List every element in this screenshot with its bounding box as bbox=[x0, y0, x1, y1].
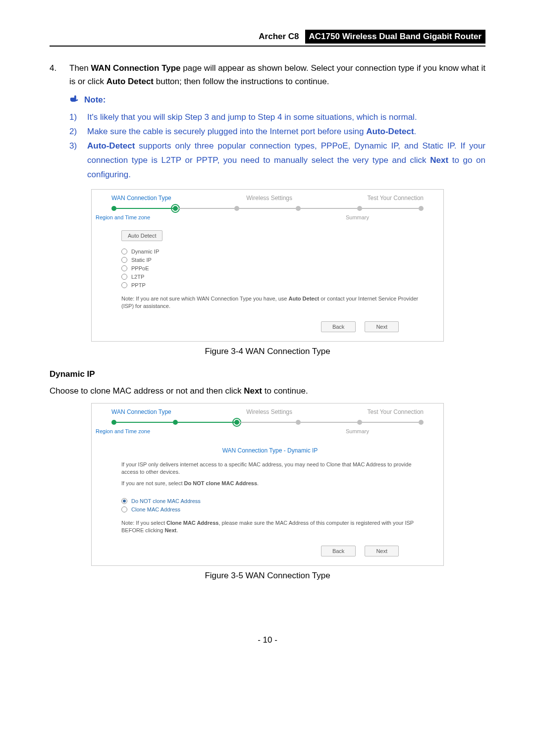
radio-static-ip[interactable]: Static IP bbox=[121, 257, 419, 263]
next-button[interactable]: Next bbox=[365, 321, 399, 332]
progress-dot bbox=[357, 206, 362, 211]
subtab-summary[interactable]: Summary bbox=[346, 214, 369, 220]
tab-wan[interactable]: WAN Connection Type bbox=[111, 195, 171, 202]
note-item-3: 3) Auto-Detect supports only three popul… bbox=[69, 139, 485, 182]
progress-dot bbox=[111, 206, 116, 211]
radio-pppoe[interactable]: PPPoE bbox=[121, 265, 419, 271]
radio-icon bbox=[121, 506, 127, 512]
auto-detect-button[interactable]: Auto Detect bbox=[121, 230, 162, 241]
tab-test[interactable]: Test Your Connection bbox=[368, 408, 424, 415]
wizard-progress bbox=[92, 202, 443, 212]
back-button[interactable]: Back bbox=[321, 321, 356, 332]
figure-3-4: WAN Connection Type Wireless Settings Te… bbox=[91, 189, 444, 342]
radio-icon bbox=[121, 257, 127, 263]
page-header: Archer C8 AC1750 Wireless Dual Band Giga… bbox=[50, 30, 485, 47]
dynamic-ip-heading: Dynamic IP bbox=[50, 369, 485, 379]
radio-l2tp[interactable]: L2TP bbox=[121, 274, 419, 280]
radio-icon bbox=[121, 282, 127, 288]
radio-dynamic-ip[interactable]: Dynamic IP bbox=[121, 249, 419, 254]
wizard-subtabs: Region and Time zone Summary bbox=[92, 426, 443, 439]
radio-icon bbox=[121, 498, 127, 504]
progress-dot bbox=[111, 420, 116, 425]
back-button[interactable]: Back bbox=[321, 546, 356, 556]
note-item-2: 2) Make sure the cable is securely plugg… bbox=[69, 125, 485, 139]
subtab-region[interactable]: Region and Time zone bbox=[96, 214, 150, 220]
subtab-region[interactable]: Region and Time zone bbox=[96, 428, 150, 434]
progress-dot bbox=[173, 420, 178, 425]
figure-paragraph-2: If you are not sure, select Do NOT clone… bbox=[121, 480, 419, 487]
product-title: AC1750 Wireless Dual Band Gigabit Router bbox=[305, 30, 485, 44]
tab-wireless[interactable]: Wireless Settings bbox=[246, 195, 292, 202]
progress-dot bbox=[419, 420, 424, 425]
figure-3-5-caption: Figure 3-5 WAN Connection Type bbox=[50, 571, 485, 581]
radio-pptp[interactable]: PPTP bbox=[121, 282, 419, 288]
progress-dot bbox=[296, 420, 301, 425]
note-label: Note: bbox=[84, 95, 106, 105]
wizard-progress bbox=[92, 415, 443, 426]
progress-dot bbox=[296, 206, 301, 211]
progress-dot bbox=[357, 420, 362, 425]
step-text: Then WAN Connection Type page will appea… bbox=[69, 61, 485, 88]
figure-note: Note: If you are not sure which WAN Conn… bbox=[121, 295, 419, 310]
radio-clone-mac[interactable]: Clone MAC Address bbox=[121, 506, 419, 512]
progress-dot-current bbox=[234, 420, 239, 425]
radio-icon bbox=[121, 249, 127, 254]
progress-dot-current bbox=[173, 206, 178, 211]
next-button[interactable]: Next bbox=[365, 546, 399, 556]
progress-dot bbox=[419, 206, 424, 211]
radio-no-clone-mac[interactable]: Do NOT clone MAC Address bbox=[121, 498, 419, 504]
wizard-subtabs: Region and Time zone Summary bbox=[92, 212, 443, 225]
figure-subtitle: WAN Connection Type - Dynamic IP bbox=[121, 447, 419, 454]
figure-3-4-caption: Figure 3-4 WAN Connection Type bbox=[50, 347, 485, 356]
tab-wan[interactable]: WAN Connection Type bbox=[111, 408, 171, 415]
figure-paragraph-1: If your ISP only delivers internet acces… bbox=[121, 461, 419, 476]
pointer-icon bbox=[69, 93, 80, 106]
subtab-summary[interactable]: Summary bbox=[346, 428, 369, 434]
wizard-tabs: WAN Connection Type Wireless Settings Te… bbox=[92, 403, 443, 415]
radio-icon bbox=[121, 265, 127, 271]
figure-note: Note: If you select Clone MAC Address, p… bbox=[121, 519, 419, 535]
tab-wireless[interactable]: Wireless Settings bbox=[246, 408, 292, 415]
progress-dot bbox=[234, 206, 239, 211]
note-item-1: 1) It's likely that you will skip Step 3… bbox=[69, 110, 485, 125]
radio-icon bbox=[121, 274, 127, 280]
tab-test[interactable]: Test Your Connection bbox=[368, 195, 424, 202]
note-header: Note: bbox=[69, 93, 485, 106]
figure-3-5: WAN Connection Type Wireless Settings Te… bbox=[91, 403, 444, 566]
dynamic-ip-text: Choose to clone MAC address or not and t… bbox=[50, 386, 485, 396]
product-model: Archer C8 bbox=[258, 30, 300, 44]
wizard-tabs: WAN Connection Type Wireless Settings Te… bbox=[92, 190, 443, 202]
page-number: - 10 - bbox=[50, 635, 485, 645]
step-4: 4. Then WAN Connection Type page will ap… bbox=[50, 61, 485, 88]
step-number: 4. bbox=[50, 61, 60, 88]
